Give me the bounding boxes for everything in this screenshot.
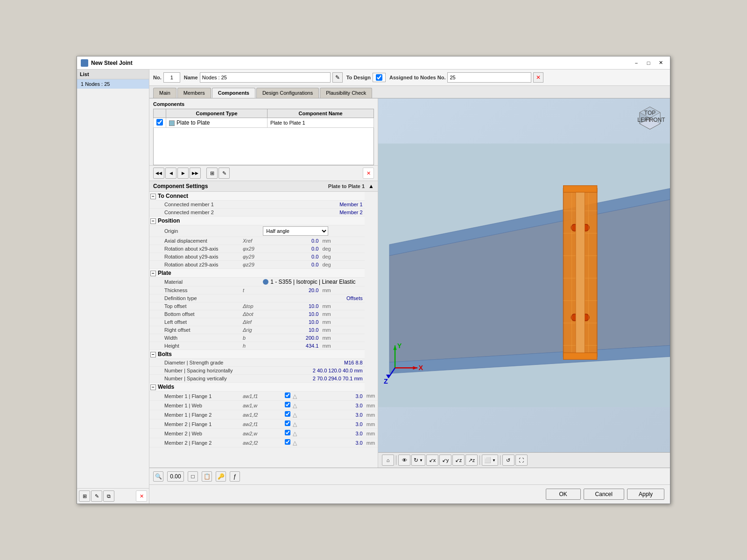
window-close-button[interactable]: ✕ (655, 58, 666, 68)
key-btn[interactable]: 🔑 (216, 471, 226, 482)
prop-sym-weld-m2f1: aw2,f1 (241, 420, 261, 429)
last-button[interactable]: ▶▶ (190, 168, 201, 179)
svg-rect-27 (564, 353, 597, 359)
name-group: Name ✎ (184, 72, 343, 83)
prop-sym-lef: Δlef (241, 318, 261, 326)
tab-members[interactable]: Members (177, 88, 211, 98)
ok-button[interactable]: OK (546, 489, 581, 500)
view-display-button[interactable]: 👁 (398, 455, 410, 466)
weld-m1f2-check[interactable] (285, 411, 290, 417)
maximize-button[interactable]: □ (643, 58, 654, 68)
view-mode-dropdown[interactable]: ⬜ ▼ (482, 455, 498, 466)
tab-plausibility-check[interactable]: Plausibility Check (320, 88, 372, 98)
prev-button[interactable]: ◀ (165, 168, 176, 179)
apply-button[interactable]: Apply (627, 489, 664, 500)
settings-panel: Components Component Type Component Name (149, 98, 378, 468)
copy-btn[interactable]: 📋 (202, 471, 212, 482)
component-toolbar: ◀◀ ◀ ▶ ▶▶ ⊞ ✎ ✕ (149, 165, 378, 181)
prop-scroll-container[interactable]: −To Connect Connected member 1 Member 1 … (149, 192, 378, 468)
prop-unit-thick: mm (320, 287, 364, 294)
add-item-button[interactable]: ⊞ (79, 490, 90, 502)
chevron-down-icon: ▼ (419, 458, 423, 462)
top-form: No. Name ✎ To Design Assigned to Nodes N… (149, 70, 670, 86)
prop-weld-m2f1: Member 2 | Flange 1 aw2,f1 △ 3.0 mm (149, 420, 378, 429)
weld-m2f2-check[interactable] (285, 439, 290, 445)
main-area: List 1 Nodes : 25 ⊞ ✎ ⧉ ✕ No. Name ✎ (77, 70, 670, 504)
first-button[interactable]: ◀◀ (153, 168, 164, 179)
prop-label-weld-m1f2: Member 1 | Flange 2 (149, 410, 241, 420)
tab-components[interactable]: Components (212, 88, 255, 98)
prop-unit-weld-m1f2: mm (365, 410, 378, 420)
view-fullscreen-button[interactable]: ⛶ (515, 455, 528, 466)
copy-comp-button[interactable]: ✎ (218, 168, 230, 179)
remove-comp-button[interactable]: ✕ (363, 168, 374, 179)
prop-sym-weld-m1w: aw1,w (241, 401, 261, 410)
collapse-to-connect[interactable]: − (150, 194, 156, 199)
collapse-bolts[interactable]: − (150, 352, 156, 357)
prop-label-bot: Bottom offset (149, 310, 241, 318)
prop-unit-lef: mm (320, 318, 364, 326)
prop-sym-weld-m1f1: aw1,f1 (241, 392, 261, 401)
prop-sym-rotx: φx29 (241, 245, 261, 253)
list-item[interactable]: 1 Nodes : 25 (77, 79, 149, 89)
app-icon (81, 59, 88, 67)
weld-m2f1-check[interactable] (285, 420, 290, 426)
view-rotation-dropdown[interactable]: ↻ ▼ (411, 455, 425, 466)
prop-rot-z29: Rotation about z29-axis φz29 0.0 deg (149, 261, 378, 269)
value-btn[interactable]: 0.00 (167, 471, 184, 482)
view-yrot-button[interactable]: ↙y (439, 455, 451, 466)
scroll-up-btn[interactable]: ▲ (368, 183, 374, 189)
view-sep-1 (396, 455, 396, 465)
delete-item-button[interactable]: ✕ (136, 490, 147, 502)
prop-connected-member-2: Connected member 2 Member 2 (149, 209, 378, 217)
col-name-header: Component Name (268, 109, 374, 118)
to-design-checkbox[interactable] (376, 74, 382, 81)
prop-left-offset: Left offset Δlef 10.0 mm (149, 318, 378, 326)
prop-val-weld-m2f1: 3.0 (320, 420, 364, 429)
copy-item-button[interactable]: ⧉ (103, 490, 114, 502)
assigned-edit-button[interactable]: ✕ (533, 72, 543, 83)
components-table: Component Type Component Name Plate to P… (153, 109, 374, 128)
box-btn[interactable]: □ (188, 471, 198, 482)
no-label: No. (153, 75, 162, 80)
view-3d-content[interactable]: TOP LEFT FRONT (378, 98, 670, 452)
collapse-welds[interactable]: − (150, 385, 156, 390)
prop-label-weld-m1w: Member 1 | Web (149, 401, 241, 410)
view-zrot2-button[interactable]: ↗z (465, 455, 478, 466)
function-btn[interactable]: ƒ (230, 471, 240, 482)
weld-m2w-check[interactable] (285, 430, 290, 435)
weld-m1f1-check[interactable] (285, 392, 290, 398)
dialog-footer: OK Cancel Apply (149, 484, 670, 504)
components-title: Components (153, 101, 374, 107)
property-tree: −To Connect Connected member 1 Member 1 … (149, 192, 378, 448)
view-reset-button[interactable]: ↺ (502, 455, 514, 466)
prop-unit-roty: deg (320, 253, 364, 261)
components-section: Components Component Type Component Name (149, 98, 378, 165)
name-input[interactable] (200, 72, 331, 83)
component-row[interactable]: Plate to Plate Plate to Plate 1 (154, 118, 374, 128)
next-button[interactable]: ▶ (177, 168, 189, 179)
collapse-plate[interactable]: − (150, 271, 156, 276)
search-icon-btn[interactable]: 🔍 (153, 471, 163, 482)
group-bolts: −Bolts (149, 350, 378, 359)
cancel-button[interactable]: Cancel (584, 489, 624, 500)
comp-checked[interactable] (156, 119, 163, 126)
weld-m1w-check[interactable] (285, 402, 290, 407)
svg-text:Z: Z (384, 378, 388, 385)
view-home-button[interactable]: ⌂ (382, 455, 394, 466)
add-comp-button[interactable]: ⊞ (206, 168, 218, 179)
name-edit-button[interactable]: ✎ (332, 72, 343, 83)
origin-select[interactable]: Half angle (263, 226, 328, 236)
collapse-position[interactable]: − (150, 218, 156, 224)
list-header: List (77, 70, 149, 79)
tab-design-configurations[interactable]: Design Configurations (256, 88, 319, 98)
minimize-button[interactable]: − (631, 58, 642, 68)
view-xrot-button[interactable]: ↙x (426, 455, 438, 466)
tab-main[interactable]: Main (153, 88, 176, 98)
no-input[interactable] (163, 72, 180, 83)
edit-item-button[interactable]: ✎ (91, 490, 102, 502)
prop-rot-x29: Rotation about x29-axis φx29 0.0 deg (149, 245, 378, 253)
view-toolbar: ⌂ 👁 ↻ ▼ ↙x ↙y ↙z ↗z ⬜ (378, 452, 670, 468)
view-zrot-button[interactable]: ↙z (452, 455, 465, 466)
assigned-input[interactable] (447, 72, 531, 83)
